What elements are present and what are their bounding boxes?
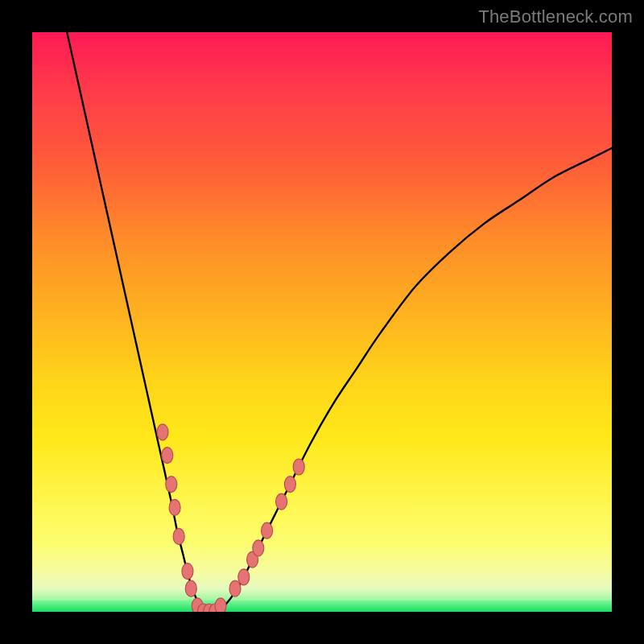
curve-marker xyxy=(182,564,193,580)
curve-marker xyxy=(284,477,295,493)
curve-marker xyxy=(185,580,196,597)
curve-marker xyxy=(162,448,173,464)
curve-marker xyxy=(215,598,226,612)
curve-marker xyxy=(262,522,273,539)
bottleneck-curve xyxy=(67,32,612,612)
curve-marker xyxy=(253,540,264,556)
curve-layer xyxy=(32,32,612,612)
curve-marker xyxy=(276,493,287,510)
curve-marker xyxy=(157,424,168,440)
plot-area xyxy=(32,32,612,612)
curve-marker xyxy=(238,569,250,585)
curve-markers xyxy=(157,424,304,612)
curve-marker xyxy=(229,580,241,597)
curve-marker xyxy=(293,459,304,475)
curve-marker xyxy=(166,477,177,493)
chart-frame: TheBottleneck.com xyxy=(0,0,644,644)
curve-marker xyxy=(169,499,180,515)
watermark-text: TheBottleneck.com xyxy=(478,6,633,27)
curve-marker xyxy=(173,528,184,544)
